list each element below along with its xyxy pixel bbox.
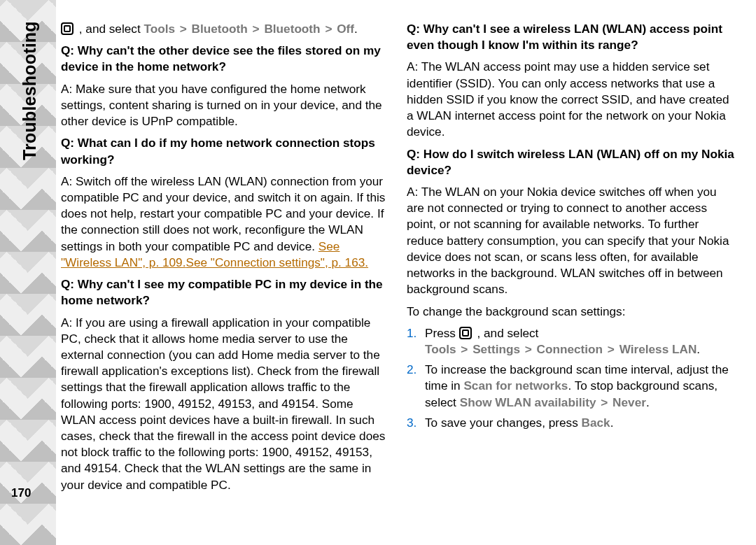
menu-path-item: Show WLAN availability	[460, 395, 596, 409]
menu-path-item: Never	[612, 395, 646, 409]
list-item: 3. To save your changes, press Back.	[407, 415, 737, 431]
step-number: 1.	[407, 325, 416, 341]
page-number: 170	[11, 486, 31, 502]
question: Q: What can I do if my home network conn…	[61, 135, 391, 167]
answer: A: Switch off the wireless LAN (WLAN) co…	[61, 174, 391, 271]
menu-path-item: Bluetooth	[264, 22, 320, 36]
menu-path-item: Scan for networks	[463, 378, 568, 392]
list-item: 2. To increase the background scan time …	[407, 362, 737, 411]
question: Q: How do I switch wireless LAN (WLAN) o…	[407, 146, 737, 178]
chapter-label: Troubleshooting	[18, 21, 42, 160]
answer: A: The WLAN on your Nokia device switche…	[407, 184, 737, 298]
question: Q: Why can't I see my compatible PC in m…	[61, 276, 391, 309]
menu-path-item: Wireless LAN	[620, 342, 697, 356]
menu-path-item: Tools	[425, 342, 456, 356]
intro-line: , and select Tools > Bluetooth > Bluetoo…	[61, 21, 391, 37]
xref-link[interactable]: See "Connection settings", p. 163.	[186, 255, 368, 269]
step-number: 2.	[407, 362, 416, 378]
menu-path-item: Back	[582, 416, 610, 430]
menu-key-icon	[459, 327, 472, 339]
menu-path-item: Connection	[537, 342, 603, 356]
answer: A: If you are using a firewall applicati…	[61, 315, 391, 493]
menu-path-item: Off	[337, 22, 354, 36]
answer: A: Make sure that you have configured th…	[61, 81, 391, 130]
answer: A: The WLAN access point may use a hidde…	[407, 59, 737, 140]
step-number: 3.	[407, 415, 416, 431]
answer-lead: To change the background scan settings:	[407, 304, 737, 320]
steps-list: 1. Press , and select Tools > Settings >…	[407, 325, 737, 431]
page-content: , and select Tools > Bluetooth > Bluetoo…	[61, 21, 737, 525]
menu-path-item: Tools	[144, 22, 175, 36]
list-item: 1. Press , and select Tools > Settings >…	[407, 325, 737, 358]
menu-key-icon	[61, 22, 74, 35]
menu-path-item: Settings	[472, 342, 520, 356]
question: Q: Why can't the other device see the fi…	[61, 43, 391, 75]
menu-path-item: Bluetooth	[192, 22, 248, 36]
question: Q: Why can't I see a wireless LAN (WLAN)…	[407, 21, 737, 53]
